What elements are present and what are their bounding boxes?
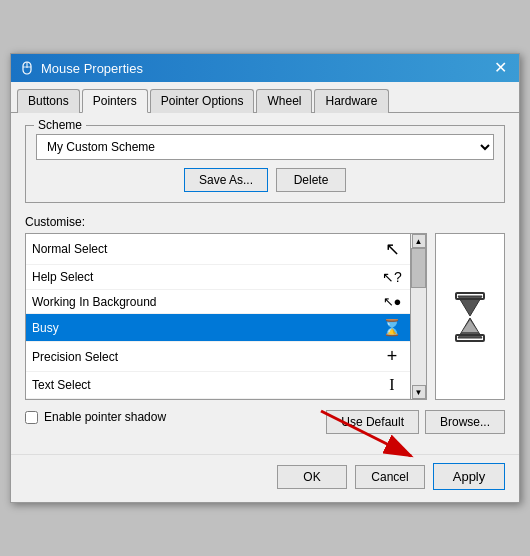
cancel-button[interactable]: Cancel: [355, 465, 425, 489]
scheme-group: Scheme My Custom Scheme(None)Windows Def…: [25, 125, 505, 203]
title-bar-left: Mouse Properties: [19, 60, 143, 76]
tab-hardware[interactable]: Hardware: [314, 89, 388, 113]
cursor-item-name: Help Select: [32, 270, 380, 284]
close-button[interactable]: ✕: [490, 60, 511, 76]
ok-button[interactable]: OK: [277, 465, 347, 489]
cursor-item-normal-select[interactable]: Normal Select ↖: [26, 234, 410, 265]
tab-pointers[interactable]: Pointers: [82, 89, 148, 113]
cursor-item-name: Text Select: [32, 378, 380, 392]
cursor-item-icon-busy: ⌛: [380, 318, 404, 337]
cursor-list-scrollbar[interactable]: ▲ ▼: [411, 233, 427, 400]
bottom-buttons-row: OK Cancel Apply: [11, 454, 519, 502]
tabs-bar: Buttons Pointers Pointer Options Wheel H…: [11, 82, 519, 113]
shadow-label[interactable]: Enable pointer shadow: [44, 410, 166, 424]
cursor-item-text-select[interactable]: Text Select I: [26, 372, 410, 399]
delete-button[interactable]: Delete: [276, 168, 346, 192]
cursor-item-name: Busy: [32, 321, 380, 335]
tab-pointer-options[interactable]: Pointer Options: [150, 89, 255, 113]
use-default-button[interactable]: Use Default: [326, 410, 419, 434]
scheme-buttons: Save As... Delete: [36, 168, 494, 192]
preview-hourglass-icon: [450, 292, 490, 342]
cursor-item-icon-precision: +: [380, 346, 404, 367]
window-title: Mouse Properties: [41, 61, 143, 76]
customise-label: Customise:: [25, 215, 505, 229]
cursor-item-precision-select[interactable]: Precision Select +: [26, 342, 410, 372]
scroll-thumb[interactable]: [411, 248, 426, 288]
action-buttons-row: Use Default Browse...: [326, 410, 505, 434]
browse-button[interactable]: Browse...: [425, 410, 505, 434]
cursor-item-name: Precision Select: [32, 350, 380, 364]
cursor-item-busy[interactable]: Busy ⌛: [26, 314, 410, 342]
scheme-row: My Custom Scheme(None)Windows DefaultWin…: [36, 134, 494, 160]
cursor-item-icon-text: I: [380, 376, 404, 394]
cursor-item-icon-normal: ↖: [380, 238, 404, 260]
cursor-item-name: Normal Select: [32, 242, 380, 256]
cursor-list-wrapper: Normal Select ↖ Help Select ↖? Working I…: [25, 233, 505, 400]
cursor-item-icon-working: ↖●: [380, 294, 404, 309]
mouse-icon: [19, 60, 35, 76]
cursor-item-working-background[interactable]: Working In Background ↖●: [26, 290, 410, 314]
shadow-checkbox[interactable]: [25, 411, 38, 424]
tab-wheel[interactable]: Wheel: [256, 89, 312, 113]
svg-marker-7: [462, 320, 478, 332]
cursor-item-help-select[interactable]: Help Select ↖?: [26, 265, 410, 290]
cursor-preview-box: [435, 233, 505, 400]
save-as-button[interactable]: Save As...: [184, 168, 268, 192]
scroll-track[interactable]: [411, 248, 426, 385]
scheme-group-label: Scheme: [34, 118, 86, 132]
shadow-row: Enable pointer shadow: [25, 410, 166, 424]
scheme-select-wrapper[interactable]: My Custom Scheme(None)Windows DefaultWin…: [36, 134, 494, 160]
scroll-up-button[interactable]: ▲: [412, 234, 426, 248]
scheme-dropdown[interactable]: My Custom Scheme(None)Windows DefaultWin…: [36, 134, 494, 160]
title-bar: Mouse Properties ✕: [11, 54, 519, 82]
mouse-properties-window: Mouse Properties ✕ Buttons Pointers Poin…: [10, 53, 520, 503]
tab-buttons[interactable]: Buttons: [17, 89, 80, 113]
cursor-list[interactable]: Normal Select ↖ Help Select ↖? Working I…: [25, 233, 411, 400]
apply-button[interactable]: Apply: [433, 463, 505, 490]
cursor-item-icon-help: ↖?: [380, 269, 404, 285]
scroll-down-button[interactable]: ▼: [412, 385, 426, 399]
cursor-item-name: Working In Background: [32, 295, 380, 309]
tab-content: Scheme My Custom Scheme(None)Windows Def…: [11, 113, 519, 454]
